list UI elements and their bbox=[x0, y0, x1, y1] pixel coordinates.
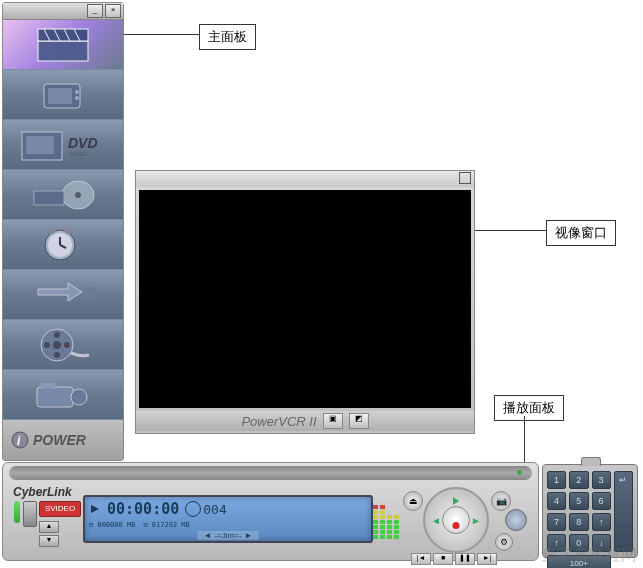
svg-point-8 bbox=[75, 90, 79, 94]
key-1[interactable]: 1 bbox=[547, 471, 566, 489]
svg-point-31 bbox=[71, 389, 87, 405]
sidebar-item-schedule[interactable] bbox=[3, 220, 123, 270]
lcd-display: 00:00:00 004 ⊟ 000000 MB ⊡ 017292 MB ◄ -… bbox=[83, 495, 373, 543]
sidebar-item-transfer[interactable] bbox=[3, 270, 123, 320]
svg-rect-0 bbox=[38, 41, 88, 61]
info-icon: i bbox=[11, 431, 29, 449]
key-8[interactable]: 8 bbox=[569, 513, 588, 531]
lcd-next[interactable]: ► bbox=[245, 531, 253, 540]
skip-fwd-button[interactable]: ►| bbox=[477, 553, 497, 565]
svg-point-9 bbox=[75, 96, 79, 100]
status-led bbox=[517, 470, 522, 475]
key-9[interactable]: ↑ bbox=[592, 513, 611, 531]
svg-text:VIDEO: VIDEO bbox=[70, 151, 89, 157]
callout-play-panel: 播放面板 bbox=[494, 395, 564, 421]
svg-point-15 bbox=[75, 192, 81, 198]
svg-point-21 bbox=[49, 228, 55, 234]
snapshot-button[interactable]: 📷 bbox=[491, 491, 511, 511]
pause-button[interactable]: ❚❚ bbox=[455, 553, 475, 565]
jog-wheel[interactable]: ◄◄ ►► bbox=[423, 487, 489, 553]
sidebar-item-camera[interactable] bbox=[3, 370, 123, 420]
company-brand: CyberLink bbox=[13, 485, 72, 499]
video-display[interactable] bbox=[139, 190, 471, 408]
lcd-time: 00:00:00 bbox=[107, 500, 179, 518]
video-mode-button-1[interactable]: ▣ bbox=[323, 413, 343, 429]
sidebar-item-dvd[interactable]: DVDVIDEO bbox=[3, 120, 123, 170]
key-5[interactable]: 5 bbox=[569, 492, 588, 510]
sidebar-titlebar: _ × bbox=[3, 3, 123, 20]
svg-point-27 bbox=[64, 342, 70, 348]
main-panel: _ × DVDVIDEO bbox=[2, 2, 124, 461]
dvd-icon: DVDVIDEO bbox=[13, 125, 113, 165]
svg-point-26 bbox=[54, 332, 60, 338]
callout-line bbox=[474, 230, 546, 231]
svg-rect-7 bbox=[48, 88, 72, 104]
arrows-icon bbox=[13, 275, 113, 315]
watermark: 查字典教程网 bbox=[541, 545, 637, 566]
disc-icon bbox=[185, 501, 201, 517]
product-brand: PowerVCR II bbox=[241, 414, 316, 429]
film-reel-icon bbox=[13, 325, 113, 365]
close-button[interactable]: × bbox=[105, 4, 121, 18]
sidebar-item-disc[interactable] bbox=[3, 170, 123, 220]
keypad-tab[interactable] bbox=[581, 457, 601, 466]
lcd-prev[interactable]: ◄ bbox=[204, 531, 212, 540]
key-3[interactable]: 3 bbox=[592, 471, 611, 489]
svideo-button[interactable]: SVIDEO bbox=[39, 501, 81, 517]
camcorder-icon bbox=[13, 375, 113, 415]
sidebar-item-capture[interactable] bbox=[3, 20, 123, 70]
television-icon bbox=[13, 75, 113, 115]
video-bottom-bar: PowerVCR II ▣ ◩ bbox=[136, 411, 474, 431]
vu-meter bbox=[373, 495, 401, 539]
clock-icon bbox=[13, 225, 113, 265]
svg-rect-32 bbox=[41, 383, 55, 389]
svg-text:DVD: DVD bbox=[68, 135, 98, 151]
key-enter[interactable]: ↵ bbox=[614, 471, 633, 552]
video-mode-button-2[interactable]: ◩ bbox=[349, 413, 369, 429]
eject-button[interactable]: ⏏ bbox=[403, 491, 423, 511]
callout-line bbox=[524, 416, 525, 462]
tuning-knob[interactable] bbox=[505, 509, 527, 531]
svg-point-29 bbox=[44, 342, 50, 348]
key-2[interactable]: 2 bbox=[569, 471, 588, 489]
indicator-led bbox=[14, 501, 20, 523]
settings-button[interactable]: ⚙ bbox=[495, 533, 513, 551]
maximize-button[interactable] bbox=[459, 172, 471, 184]
disc-tray-icon bbox=[13, 175, 113, 215]
play-panel: CyberLink SVIDEO ▲ ▼ 00:00:00 004 ⊟ 0000… bbox=[2, 462, 539, 561]
video-window: PowerVCR II ▣ ◩ bbox=[135, 170, 475, 434]
svg-rect-16 bbox=[34, 191, 64, 205]
play-icon bbox=[453, 497, 459, 505]
key-6[interactable]: 6 bbox=[592, 492, 611, 510]
sidebar-item-tv[interactable] bbox=[3, 70, 123, 120]
numeric-keypad: 1 2 3 ↵ 4 5 6 7 8 ↑ ↑ 0 ↓ 100+ bbox=[542, 464, 638, 558]
svg-rect-23 bbox=[84, 287, 94, 301]
key-7[interactable]: 7 bbox=[547, 513, 566, 531]
sidebar-item-reel[interactable] bbox=[3, 320, 123, 370]
skip-back-button[interactable]: |◄ bbox=[411, 553, 431, 565]
callout-line bbox=[124, 34, 199, 35]
stop-button[interactable]: ■ bbox=[433, 553, 453, 565]
callout-video-window: 视像窗口 bbox=[546, 220, 616, 246]
down-button[interactable]: ▼ bbox=[39, 535, 59, 547]
clapperboard-icon bbox=[13, 25, 113, 65]
left-controls bbox=[11, 501, 37, 553]
svg-point-22 bbox=[65, 228, 71, 234]
sidebar-power[interactable]: i POWER bbox=[3, 420, 123, 460]
svg-rect-11 bbox=[26, 136, 54, 154]
lcd-counter: 004 bbox=[203, 502, 226, 517]
transport-wheel-area: ⏏ 📷 ◄◄ ►► |◄ ■ ❚❚ ►| ⚙ bbox=[403, 483, 533, 557]
key-4[interactable]: 4 bbox=[547, 492, 566, 510]
up-button[interactable]: ▲ bbox=[39, 521, 59, 533]
record-button[interactable] bbox=[442, 506, 470, 534]
minimize-button[interactable]: _ bbox=[87, 4, 103, 18]
svg-rect-30 bbox=[37, 387, 73, 407]
power-label: POWER bbox=[33, 432, 86, 448]
svg-point-28 bbox=[54, 352, 60, 358]
video-titlebar bbox=[136, 171, 474, 187]
svg-marker-35 bbox=[91, 505, 99, 513]
volume-slider[interactable] bbox=[23, 501, 37, 527]
record-icon bbox=[453, 522, 460, 529]
callout-main-panel: 主面板 bbox=[199, 24, 256, 50]
lcd-user: -=Jim=- bbox=[214, 531, 241, 540]
